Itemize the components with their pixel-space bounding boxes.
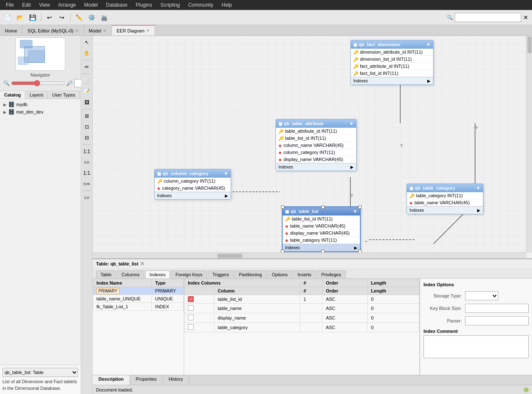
table-qb-table-list[interactable]: ▦qb_table_list ▼ 🔑 table_list_id INT(11)… (282, 206, 361, 252)
bottom-panel-close[interactable]: ✕ (140, 261, 144, 267)
index-row-fk[interactable]: fk_Table_List_1 INDEX (93, 303, 184, 311)
menu-plugins[interactable]: Plugins (132, 1, 156, 9)
tab-sql-editor[interactable]: SQL Editor (MySQL-0) ✕ (22, 25, 84, 35)
eraser-tool[interactable]: ✏ (82, 62, 92, 72)
table-tool[interactable]: ⊞ (82, 111, 92, 121)
search-clear-button[interactable]: ✕ (521, 13, 530, 22)
v-scroll-thumb[interactable] (527, 37, 532, 53)
desc-tab-description[interactable]: Description (93, 375, 130, 385)
itab-foreign-keys[interactable]: Foreign Keys (171, 270, 207, 278)
rel1n-tool[interactable]: 1:n (82, 157, 92, 167)
index-row-unique[interactable]: table_name_UNIQUE UNIQUE (93, 295, 184, 303)
itab-table[interactable]: Table (96, 270, 116, 278)
relnm-tool[interactable]: n:m (82, 179, 92, 189)
col-row-table-list-id[interactable]: ✓ table_list_id 1 ASC 0 (185, 295, 419, 304)
v-scrollbar[interactable] (526, 36, 532, 253)
menu-model[interactable]: Model (80, 1, 102, 9)
h-scroll-thumb[interactable] (217, 254, 242, 258)
col-row-display-name[interactable]: display_name ASC 0 (185, 313, 419, 323)
image-tool[interactable]: 🖼 (82, 97, 92, 107)
menu-community[interactable]: Community (184, 1, 218, 9)
options-button[interactable]: ⚙️ (86, 12, 97, 23)
frame-tool[interactable]: ⬜ (82, 76, 92, 86)
table-footer-tblcat[interactable]: Indexes ▶ (407, 206, 483, 214)
tree-item-mydb[interactable]: ▶ 🗄️ mydb (2, 101, 79, 108)
table-footer-attr[interactable]: Indexes ▶ (276, 163, 356, 171)
tab-home[interactable]: Home (0, 25, 22, 35)
checkbox-table-name[interactable] (188, 305, 194, 311)
table-menu-colcat[interactable]: ▼ (224, 171, 228, 176)
desc-tab-history[interactable]: History (163, 375, 189, 385)
catalog-tab-layers[interactable]: Layers (25, 91, 48, 99)
table-footer-colcat[interactable]: Indexes ▶ (155, 192, 231, 199)
view-tool[interactable]: ⊡ (82, 122, 92, 132)
note-tool[interactable]: 📝 (82, 87, 92, 97)
rel11-tool[interactable]: 1:1 (82, 168, 92, 178)
itab-indexes[interactable]: Indexes (145, 270, 170, 278)
menu-edit[interactable]: Edit (18, 1, 35, 9)
table-menu-fact-dim[interactable]: ▼ (426, 42, 431, 47)
hand-tool[interactable]: ✋ (82, 48, 92, 58)
catalog-tab-catalog[interactable]: Catalog (0, 91, 25, 99)
checkbox-table-category[interactable] (188, 324, 194, 330)
table-qb-table-attribute[interactable]: ▦qb_table_attribute ▼ 🔑 table_attribute_… (276, 119, 357, 171)
menu-database[interactable]: Database (102, 1, 131, 9)
catalog-tab-user-types[interactable]: User Types (48, 91, 79, 99)
table-qb-table-category[interactable]: ▦qb_table_category ▼ 🔑 table_category IN… (406, 183, 483, 214)
save-button[interactable]: 💾 (27, 12, 38, 23)
table-footer-fact-dim[interactable]: Indexes ▶ (351, 77, 433, 84)
col-header-num: # (300, 279, 323, 287)
itab-columns[interactable]: Columns (117, 270, 144, 278)
tab-model[interactable]: Model ✕ (84, 25, 112, 35)
h-scrollbar[interactable] (93, 253, 526, 258)
menu-file[interactable]: File (2, 1, 18, 9)
tab-eer-diagram[interactable]: EER Diagram ✕ (112, 25, 155, 35)
object-info: qb_table_list: Table List of all Dimensi… (0, 365, 81, 394)
itab-privileges[interactable]: Privileges (317, 270, 346, 278)
checkbox-display-name[interactable] (188, 315, 194, 320)
menu-view[interactable]: View (35, 1, 54, 9)
open-button[interactable]: 📂 (14, 12, 26, 23)
itab-partitioning[interactable]: Partitioning (234, 270, 266, 278)
tab-eer-close[interactable]: ✕ (146, 28, 150, 33)
index-row-primary[interactable]: PRIMARY PRIMARY (93, 287, 184, 295)
new-button[interactable]: 📄 (2, 12, 13, 23)
print-button[interactable]: 🖨️ (98, 12, 110, 23)
storage-type-select[interactable] (465, 291, 498, 300)
diagram-content[interactable]: || Y Y Y + + ▦qb_fact_dimension ▼ 🔑 dime… (93, 36, 532, 258)
table-qb-fact-dimension[interactable]: ▦qb_fact_dimension ▼ 🔑 dimension_attribu… (350, 40, 433, 85)
rel1-tool[interactable]: 1:1 (82, 146, 92, 156)
select-tool[interactable]: ↖ (82, 37, 92, 47)
checkbox-table-list-id[interactable]: ✓ (188, 296, 194, 302)
col-row-table-name[interactable]: table_name ASC 0 (185, 304, 419, 313)
table-menu-attr[interactable]: ▼ (349, 121, 354, 126)
table-name-tbllist: qb_table_list (291, 209, 318, 214)
itab-options[interactable]: Options (267, 270, 292, 278)
desc-tab-properties[interactable]: Properties (130, 375, 163, 385)
routine-tool[interactable]: ⊟ (82, 133, 92, 143)
tab-sql-close[interactable]: ✕ (75, 28, 79, 33)
zoom-slider[interactable] (11, 80, 65, 87)
tab-model-close[interactable]: ✕ (103, 28, 106, 33)
table-qb-column-category[interactable]: ▦qb_column_category ▼ 🔑 column_category … (154, 169, 231, 200)
table-menu-tblcat[interactable]: ▼ (476, 186, 480, 191)
redo-button[interactable]: ↪ (56, 12, 68, 23)
zoom-in-icon[interactable]: 🔎 (66, 80, 73, 86)
object-selector[interactable]: qb_table_list: Table (2, 368, 78, 377)
search-input[interactable] (455, 13, 521, 22)
table-menu-tbllist[interactable]: ▼ (353, 209, 357, 214)
menu-scripting[interactable]: Scripting (156, 1, 184, 9)
zoom-out-icon[interactable]: 🔍 (3, 80, 10, 86)
edit-button[interactable]: ✏️ (73, 12, 85, 23)
tree-item-meidimdev[interactable]: ▶ 🗄️ mei_dim_dev (2, 108, 79, 116)
menu-arrange[interactable]: Arrange (54, 1, 80, 9)
rel-nonid-tool[interactable]: 1:n (82, 193, 92, 203)
index-comment-textarea[interactable] (424, 335, 529, 358)
itab-inserts[interactable]: Inserts (293, 270, 316, 278)
col-row-table-category[interactable]: table_category ASC 0 (185, 323, 419, 332)
itab-triggers[interactable]: Triggers (208, 270, 234, 278)
parser-input[interactable] (465, 316, 529, 325)
key-block-size-input[interactable]: 0 (465, 304, 529, 313)
menu-help[interactable]: Help (217, 1, 236, 9)
undo-button[interactable]: ↩ (44, 12, 55, 23)
